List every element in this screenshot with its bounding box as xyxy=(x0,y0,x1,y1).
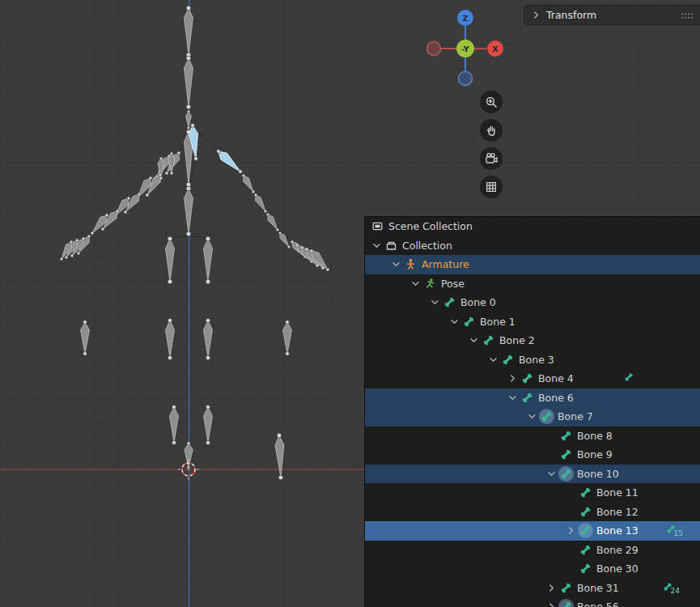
navigation-gizmo[interactable]: Z X -Y xyxy=(421,6,510,91)
bone-joint xyxy=(239,170,243,174)
outliner-label: Bone 0 xyxy=(460,296,496,308)
outliner-label: Armature xyxy=(422,258,469,270)
grid-icon xyxy=(485,180,498,193)
outliner-label: Bone 29 xyxy=(596,544,638,556)
outliner-row-bone-4[interactable]: Bone 4 xyxy=(365,369,700,388)
outliner-row-bone-1[interactable]: Bone 1 xyxy=(365,312,700,332)
outliner-row-bone-3[interactable]: Bone 3 xyxy=(365,350,700,370)
bone-joint xyxy=(170,172,173,175)
bone-icon xyxy=(578,523,593,538)
outliner-row-bone-2[interactable]: Bone 2 xyxy=(365,331,700,350)
chevron-right-icon[interactable] xyxy=(564,524,578,537)
bone-joint xyxy=(242,174,245,177)
chevron-down-icon[interactable] xyxy=(467,334,481,347)
outliner-row-bone-9[interactable]: Bone 9 xyxy=(365,445,700,465)
outliner-row-scene-collection[interactable]: Scene Collection xyxy=(365,217,700,236)
outliner-row-collection[interactable]: Collection xyxy=(365,236,700,256)
blender-window: { "transform_panel": {"label": "Transfor… xyxy=(0,0,700,607)
bone-joint xyxy=(186,6,191,11)
bone-joint xyxy=(168,318,172,322)
bone-joint xyxy=(159,173,162,176)
bone-joint xyxy=(177,151,180,155)
bone-icon xyxy=(578,504,593,520)
transform-panel-header[interactable]: Transform xyxy=(524,5,700,25)
chevron-down-icon[interactable] xyxy=(389,258,403,271)
outliner-row-pose[interactable]: Pose xyxy=(365,274,700,294)
pan-button[interactable] xyxy=(480,119,503,142)
outliner-row-bone-12[interactable]: Bone 12 xyxy=(365,503,700,522)
bone-icon: 15 xyxy=(666,524,676,534)
armature-icon xyxy=(403,257,418,272)
bone-joint xyxy=(206,318,210,322)
camera-view-button[interactable] xyxy=(480,147,503,170)
outliner-label: Bone 30 xyxy=(596,562,638,575)
bone-joint xyxy=(82,237,85,240)
transform-panel-title: Transform xyxy=(546,9,677,21)
bone-joint xyxy=(159,157,163,160)
bone-icon xyxy=(520,371,535,386)
chevron-down-icon[interactable] xyxy=(428,296,442,309)
outliner-label: Bone 1 xyxy=(480,316,515,328)
outliner-row-armature[interactable]: Armature xyxy=(365,255,700,274)
zoom-button[interactable] xyxy=(480,91,503,113)
outliner-row-bone-10[interactable]: Bone 10 xyxy=(365,465,700,484)
outliner-row-bone-56[interactable]: Bone 56 xyxy=(365,597,700,607)
axis-neg-z-ball[interactable] xyxy=(459,72,473,86)
outliner-label: Bone 8 xyxy=(577,430,613,442)
outliner-label: Bone 4 xyxy=(538,372,574,384)
collection-icon xyxy=(384,238,399,253)
chevron-down-icon[interactable] xyxy=(506,391,520,404)
chevron-down-icon[interactable] xyxy=(486,353,500,366)
outliner-row-bone-0[interactable]: Bone 0 xyxy=(365,293,700,312)
bone-joint xyxy=(276,228,279,231)
bone-joint xyxy=(326,268,329,271)
outliner-row-bone-31[interactable]: Bone 3124 xyxy=(365,579,700,598)
bone-joint xyxy=(264,210,267,213)
chevron-down-icon[interactable] xyxy=(370,239,384,252)
bone-joint xyxy=(305,248,308,251)
bone-joint xyxy=(186,56,191,61)
bone-icon xyxy=(558,466,574,482)
chevron-right-icon[interactable] xyxy=(545,581,558,594)
armature-origin-dot xyxy=(187,468,189,470)
outliner-label: Bone 9 xyxy=(577,448,613,461)
outliner-label: Bone 11 xyxy=(596,486,638,499)
indent-spacer xyxy=(564,486,578,499)
chevron-down-icon[interactable] xyxy=(525,410,539,423)
outliner-row-bone-30[interactable]: Bone 30 xyxy=(365,559,700,579)
bone-icon xyxy=(558,599,574,607)
outliner-row-bone-8[interactable]: Bone 8 xyxy=(365,427,700,446)
chevron-right-icon[interactable] xyxy=(545,601,558,607)
bone-joint xyxy=(70,240,73,244)
toggle-grid-button[interactable] xyxy=(480,176,503,198)
bone-joint xyxy=(60,257,63,261)
outliner-row-bone-6[interactable]: Bone 6 xyxy=(365,388,700,408)
outliner-row-bone-11[interactable]: Bone 11 xyxy=(365,483,700,503)
bone-joint xyxy=(206,405,210,409)
bone-joint xyxy=(277,433,282,438)
bone-joint xyxy=(286,352,290,356)
chevron-right-icon xyxy=(529,9,543,22)
axis-x-label: X xyxy=(492,45,498,53)
bone-joint xyxy=(83,352,87,356)
chevron-down-icon[interactable] xyxy=(545,467,558,480)
bone-joint xyxy=(172,440,176,444)
bone-joint xyxy=(172,405,176,409)
magnifier-plus-icon xyxy=(485,96,498,109)
bone-joint xyxy=(77,252,80,255)
chevron-down-icon[interactable] xyxy=(448,315,461,328)
outliner-row-bone-13[interactable]: Bone 1315 xyxy=(365,521,700,541)
axis-neg-x-ball[interactable] xyxy=(427,42,441,56)
outliner-label: Scene Collection xyxy=(388,220,473,232)
chevron-down-icon[interactable] xyxy=(409,277,422,290)
bone-joint xyxy=(149,176,152,180)
outliner-row-bone-29[interactable]: Bone 29 xyxy=(365,541,700,560)
outliner-panel[interactable]: Scene CollectionCollectionArmaturePoseBo… xyxy=(364,216,700,607)
bone-joint xyxy=(278,475,283,480)
axis-neg-y-label: -Y xyxy=(461,45,469,53)
grip-dots-icon[interactable] xyxy=(681,7,694,23)
outliner-row-bone-7[interactable]: Bone 7 xyxy=(365,407,700,427)
chevron-right-icon[interactable] xyxy=(506,372,520,385)
bone-icon xyxy=(500,352,515,367)
outliner-label: Bone 56 xyxy=(577,601,619,607)
